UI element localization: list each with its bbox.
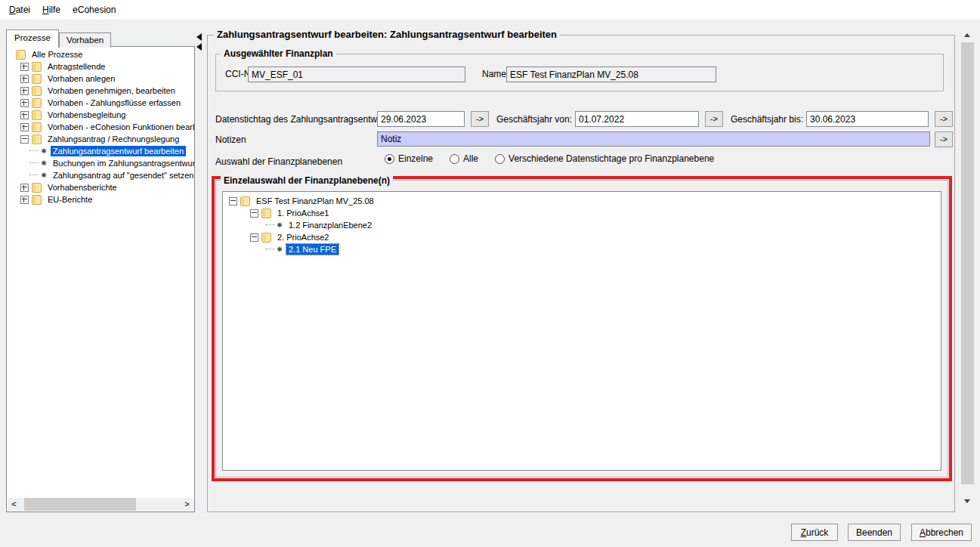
tree-item-2-prioachse2[interactable]: 2. PrioAchse2 bbox=[223, 231, 941, 243]
geschaeftsjahr-von-picker-button[interactable]: -> bbox=[705, 111, 723, 127]
leaf-bullet-icon: ✱ bbox=[40, 145, 48, 157]
geschaeftsjahr-bis-label: Geschäftsjahr bis: bbox=[731, 114, 803, 125]
tree-item-2-1-neu-fpe[interactable]: ✱2.1 Neu FPE bbox=[223, 243, 941, 255]
tree-item-alle-prozesse[interactable]: Alle Prozesse bbox=[7, 48, 194, 60]
expand-plus-icon[interactable] bbox=[20, 123, 29, 131]
panel-splitter[interactable] bbox=[196, 33, 204, 56]
finanzplan-fieldset: Ausgewählter Finanzplan CCI-Nr. Name bbox=[215, 54, 944, 91]
expand-plus-icon[interactable] bbox=[20, 111, 29, 119]
tree-item-label: 2.1 Neu FPE bbox=[286, 244, 339, 255]
name-field[interactable] bbox=[506, 66, 716, 82]
tree-item-1-2-finanzplanebene2[interactable]: ✱1.2 FinanzplanEbene2 bbox=[223, 219, 941, 231]
main-panel: Zahlungsantragsentwurf bearbeiten: Zahlu… bbox=[207, 35, 955, 512]
folder-icon bbox=[32, 62, 42, 72]
folder-icon bbox=[32, 134, 42, 144]
tree-item-vorhabensberichte[interactable]: Vorhabensberichte bbox=[7, 181, 194, 193]
name-label: Name bbox=[482, 69, 506, 79]
expand-plus-icon[interactable] bbox=[20, 63, 29, 71]
tree-item-vorhabensbegleitung[interactable]: Vorhabensbegleitung bbox=[7, 109, 194, 121]
tree-item-vorhaben-ecohesion-funktionen-bearbeit[interactable]: Vorhaben - eCohesion Funktionen bearbeit bbox=[7, 121, 194, 133]
scroll-left-icon[interactable]: < bbox=[8, 498, 20, 511]
folder-icon bbox=[240, 196, 250, 206]
geschaeftsjahr-von-field[interactable] bbox=[575, 111, 699, 127]
tree-item-label: Vorhaben - eCohesion Funktionen bearbeit bbox=[45, 122, 195, 132]
left-panel-tabs: ProzesseVorhaben bbox=[6, 29, 111, 48]
geschaeftsjahr-bis-field[interactable] bbox=[806, 111, 929, 127]
folder-icon bbox=[261, 209, 271, 218]
tree-item-eu-berichte[interactable]: EU-Berichte bbox=[7, 193, 194, 206]
finanzplan-tree: ESF Test FinanzPlan MV_25.081. PrioAchse… bbox=[223, 192, 941, 255]
radio-option-alle[interactable]: Alle bbox=[450, 153, 478, 164]
expand-plus-icon[interactable] bbox=[20, 196, 29, 204]
radio-icon[interactable] bbox=[450, 154, 459, 164]
notizen-open-button[interactable]: -> bbox=[935, 131, 953, 147]
tree-item-antragstellende[interactable]: Antragstellende bbox=[7, 60, 194, 73]
tree-item-label: Vorhabensberichte bbox=[45, 182, 119, 193]
tree-item-vorhaben-genehmigen-bearbeiten[interactable]: Vorhaben genehmigen, bearbeiten bbox=[7, 85, 194, 97]
tree-item-label: Buchungen im Zahlungsantragsentwurf bbox=[51, 158, 195, 168]
expand-plus-icon[interactable] bbox=[20, 99, 29, 107]
collapse-left-icon[interactable] bbox=[196, 33, 202, 41]
cci-field[interactable] bbox=[248, 66, 465, 82]
tree-item-vorhaben-zahlungsflüsse-erfassen[interactable]: Vorhaben - Zahlungsflüsse erfassen bbox=[7, 97, 194, 109]
tree-item-zahlungsantragsentwurf-bearbeiten[interactable]: ✱Zahlungsantragsentwurf bearbeiten bbox=[7, 145, 194, 157]
collapse-minus-icon[interactable] bbox=[250, 233, 258, 242]
expand-plus-icon[interactable] bbox=[20, 87, 29, 95]
datenstichtag-picker-button[interactable]: -> bbox=[471, 111, 489, 127]
tree-connector bbox=[265, 249, 274, 250]
geschaeftsjahr-bis-picker-button[interactable]: -> bbox=[935, 111, 953, 127]
beenden-button[interactable]: Beenden bbox=[848, 524, 901, 541]
horizontal-scrollbar[interactable]: < > bbox=[8, 498, 193, 511]
radio-option-einzelne[interactable]: Einzelne bbox=[385, 153, 433, 164]
tree-item-esf-test-finanzplan-mv-25-08[interactable]: ESF Test FinanzPlan MV_25.08 bbox=[223, 195, 941, 207]
process-tree: Alle ProzesseAntragstellendeVorhaben anl… bbox=[7, 47, 194, 206]
tree-item-1-prioachse1[interactable]: 1. PrioAchse1 bbox=[223, 207, 941, 219]
menu-item-datei[interactable]: Datei bbox=[3, 2, 36, 17]
tree-connector bbox=[29, 162, 39, 164]
collapse-left-icon[interactable] bbox=[196, 43, 202, 51]
vertical-scrollbar[interactable] bbox=[961, 29, 974, 508]
menu-item-hilfe[interactable]: Hilfe bbox=[36, 2, 66, 17]
radio-icon[interactable] bbox=[385, 154, 394, 164]
expand-plus-icon[interactable] bbox=[20, 184, 29, 192]
finanzplan-legend: Ausgewählter Finanzplan bbox=[221, 48, 336, 59]
radio-option-verschiedene-datenstichtage-pro-finanzplanebene[interactable]: Verschiedene Datenstichtage pro Finanzpl… bbox=[495, 153, 714, 164]
tree-item-vorhaben-anlegen[interactable]: Vorhaben anlegen bbox=[7, 73, 194, 85]
collapse-minus-icon[interactable] bbox=[229, 197, 237, 206]
scroll-down-icon[interactable] bbox=[961, 495, 974, 508]
zurück-button[interactable]: Zurück bbox=[791, 524, 838, 541]
tree-item-zahlungsantrag-rechnungslegung[interactable]: Zahlungsantrag / Rechnungslegung bbox=[7, 133, 194, 145]
datenstichtag-field[interactable] bbox=[377, 111, 465, 127]
tab-prozesse[interactable]: Prozesse bbox=[6, 29, 59, 48]
tab-vorhaben[interactable]: Vorhaben bbox=[59, 32, 111, 48]
expand-plus-icon[interactable] bbox=[20, 75, 29, 83]
tree-item-zahlungsantrag-auf-gesendet-setzen[interactable]: ✱Zahlungsantrag auf "gesendet" setzen bbox=[7, 169, 194, 181]
scrollbar-thumb[interactable] bbox=[961, 42, 974, 484]
tree-item-buchungen-im-zahlungsantragsentwurf[interactable]: ✱Buchungen im Zahlungsantragsentwurf bbox=[7, 157, 194, 169]
menu-item-ecohesion[interactable]: eCohesion bbox=[66, 2, 122, 17]
datenstichtag-label: Datenstichtag des Zahlungsantragsentwurf… bbox=[215, 114, 392, 125]
menu-bar: DateiHilfeeCohesion bbox=[0, 0, 980, 20]
collapse-minus-icon[interactable] bbox=[250, 209, 258, 218]
tree-item-label: Vorhabensbegleitung bbox=[45, 110, 128, 120]
einzelauswahl-fieldset: Einzelauswahl der Finanzplanebene(n) ESF… bbox=[215, 180, 948, 477]
scroll-right-icon[interactable]: > bbox=[181, 498, 193, 511]
abbrechen-button[interactable]: Abbrechen bbox=[911, 524, 972, 541]
collapse-minus-icon[interactable] bbox=[20, 135, 29, 144]
notizen-field[interactable] bbox=[377, 131, 930, 147]
scrollbar-thumb[interactable] bbox=[24, 498, 136, 511]
tree-connector bbox=[29, 175, 39, 176]
tree-item-label: Vorhaben genehmigen, bearbeiten bbox=[45, 85, 178, 96]
auswahl-label: Auswahl der Finanzplanebenen bbox=[215, 156, 342, 167]
leaf-bullet-icon: ✱ bbox=[40, 157, 48, 169]
finanzplanebenen-radio-group: EinzelneAlleVerschiedene Datenstichtage … bbox=[385, 153, 714, 164]
geschaeftsjahr-von-label: Geschäftsjahr von: bbox=[496, 114, 572, 125]
tree-item-label: ESF Test FinanzPlan MV_25.08 bbox=[254, 196, 376, 206]
scroll-up-icon[interactable] bbox=[961, 29, 974, 42]
notizen-label: Notizen bbox=[215, 134, 246, 145]
radio-label: Einzelne bbox=[398, 153, 433, 164]
folder-icon bbox=[16, 50, 26, 60]
radio-label: Alle bbox=[463, 153, 478, 164]
radio-icon[interactable] bbox=[495, 154, 505, 164]
einzelauswahl-highlight: Einzelauswahl der Finanzplanebene(n) ESF… bbox=[212, 176, 952, 481]
